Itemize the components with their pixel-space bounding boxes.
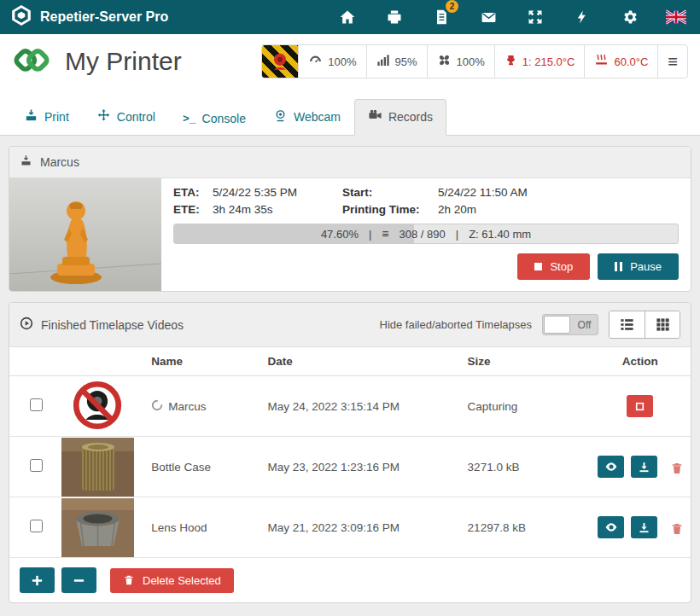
stop-button[interactable]: Stop	[517, 253, 590, 280]
printing-time-value: 2h 20m	[438, 203, 679, 216]
timelapse-title: Finished Timelapse Videos	[41, 318, 184, 332]
pause-icon	[615, 262, 622, 271]
tab-console-label: Console	[202, 112, 246, 125]
hide-failed-label: Hide failed/aborted Timelapses	[380, 318, 533, 331]
extruder-nozzle-icon	[505, 54, 517, 69]
row-checkbox[interactable]	[30, 520, 43, 532]
toggle-state-label: Off	[571, 319, 598, 331]
deselect-all-button[interactable]	[61, 567, 96, 593]
bed-temp-status[interactable]: 60.0°C	[584, 45, 657, 78]
video-camera-icon	[368, 108, 382, 125]
spinner-icon	[151, 399, 163, 414]
tab-console[interactable]: >_ Console	[169, 102, 260, 136]
timelapse-heading-controls: Hide failed/aborted Timelapses Off	[380, 311, 681, 339]
terminal-icon: >_	[183, 113, 196, 125]
no-webcam-icon	[73, 420, 122, 433]
home-icon[interactable]	[337, 7, 358, 27]
print-job-icon	[20, 154, 32, 170]
tab-webcam[interactable]: Webcam	[260, 99, 354, 136]
printer-header: My Printer 100% 95% 100%	[0, 34, 700, 89]
tab-print[interactable]: Print	[10, 99, 83, 136]
timelapse-status: Capturing	[461, 376, 590, 437]
grid-view-button[interactable]	[645, 311, 680, 338]
header-name: Name	[144, 347, 260, 376]
ete-value: 3h 24m 35s	[213, 203, 339, 216]
repetier-logo-icon	[10, 4, 32, 30]
ete-label: ETE:	[173, 203, 209, 216]
download-video-button[interactable]	[631, 516, 657, 538]
extruder-temp-value: 1: 215.0°C	[522, 55, 575, 68]
printer-status-bar: 100% 95% 100% 1: 215.0°C 60.0°C	[261, 44, 688, 78]
tab-print-label: Print	[44, 110, 69, 124]
table-row: Lens Hood May 21, 2022 3:09:16 PM 21297.…	[9, 497, 691, 558]
messages-icon[interactable]	[478, 7, 499, 27]
extruder-temp-status[interactable]: 1: 215.0°C	[494, 45, 585, 78]
timelapse-panel: Finished Timelapse Videos Hide failed/ab…	[9, 302, 691, 603]
list-view-button[interactable]	[610, 311, 645, 338]
printing-time-label: Printing Time:	[342, 203, 435, 216]
tab-control-label: Control	[117, 110, 155, 124]
printer-menu-button[interactable]: ≡	[657, 45, 687, 78]
printer-icon[interactable]	[384, 7, 405, 27]
app-title[interactable]: Repetier-Server Pro	[40, 9, 168, 25]
delete-video-icon[interactable]	[670, 462, 684, 478]
language-flag-icon[interactable]	[666, 7, 686, 27]
row-checkbox[interactable]	[30, 398, 43, 411]
print-queue-icon[interactable]: 2	[431, 7, 452, 27]
view-mode-group	[609, 311, 680, 339]
queue-count-badge: 2	[446, 0, 458, 13]
tab-webcam-label: Webcam	[294, 110, 341, 124]
row-checkbox[interactable]	[30, 459, 43, 472]
tab-records[interactable]: Records	[354, 99, 446, 136]
download-video-button[interactable]	[631, 456, 657, 478]
timelapse-size: 21297.8 kB	[461, 497, 590, 558]
pause-label: Pause	[630, 260, 662, 273]
header-checkbox-col	[9, 347, 50, 376]
select-all-button[interactable]	[20, 567, 55, 593]
trash-icon	[123, 574, 135, 586]
table-header-row: Name Date Size Action	[9, 347, 691, 376]
power-bolt-icon[interactable]	[572, 7, 592, 27]
fullscreen-icon[interactable]	[525, 7, 545, 27]
printer-tabs: Print Control >_ Console Webcam Records	[0, 89, 700, 136]
flow-status[interactable]: 95%	[366, 45, 427, 78]
stop-capture-button[interactable]	[627, 395, 653, 417]
webcam-status-button[interactable]	[262, 45, 298, 78]
top-navbar: Repetier-Server Pro 2	[0, 0, 700, 34]
printer-title: My Printer	[65, 47, 182, 76]
delete-video-icon[interactable]	[670, 522, 684, 538]
hide-failed-toggle[interactable]: Off	[542, 314, 598, 335]
table-row: Bottle Case May 23, 2022 1:23:16 PM 3271…	[9, 437, 691, 497]
pause-button[interactable]: Pause	[598, 253, 679, 280]
move-arrows-icon	[96, 108, 111, 125]
webcam-icon	[273, 108, 288, 125]
print-icon	[24, 108, 38, 125]
speed-status[interactable]: 100%	[298, 45, 365, 78]
play-circle-icon	[20, 317, 33, 333]
timelapse-thumbnail[interactable]	[61, 438, 134, 497]
timelapse-date: May 24, 2022 3:15:14 PM	[260, 376, 460, 437]
timelapse-name: Marcus	[168, 400, 206, 413]
timelapse-thumbnail[interactable]	[61, 498, 134, 557]
flow-value: 95%	[395, 55, 417, 68]
fan-icon	[437, 53, 452, 70]
eta-label: ETA:	[173, 186, 209, 199]
tab-control[interactable]: Control	[83, 99, 169, 136]
current-print-body: ETA: 5/24/22 5:35 PM Start: 5/24/22 11:5…	[9, 178, 691, 291]
view-video-button[interactable]	[598, 456, 624, 478]
settings-gear-icon[interactable]	[619, 7, 639, 27]
job-model-thumbnail[interactable]	[9, 178, 161, 291]
tab-records-label: Records	[388, 110, 433, 124]
table-row: Marcus May 24, 2022 3:15:14 PM Capturing	[9, 376, 691, 437]
timelapse-footer: Delete Selected	[9, 558, 691, 602]
printer-link-logo-icon	[12, 40, 51, 83]
header-size: Size	[461, 347, 590, 376]
print-progress-bar: 47.60% | ≡ 308 / 890 | Z: 61.40 mm	[173, 224, 679, 244]
heated-bed-icon	[594, 53, 609, 70]
delete-selected-button[interactable]: Delete Selected	[110, 568, 234, 593]
view-video-button[interactable]	[598, 516, 624, 538]
fan-status[interactable]: 100%	[427, 45, 494, 78]
fan-value: 100%	[457, 55, 485, 68]
timelapse-size: 3271.0 kB	[461, 437, 590, 497]
current-print-panel: Marcus ETA: 5/24/22	[9, 146, 691, 292]
